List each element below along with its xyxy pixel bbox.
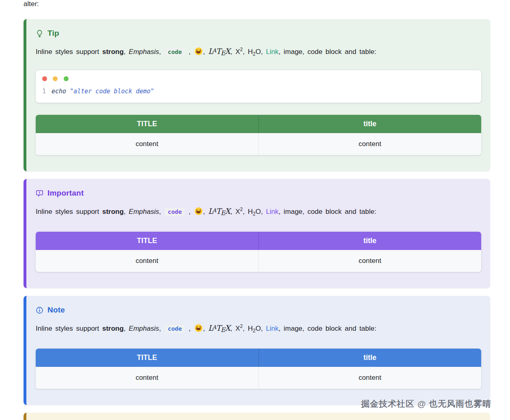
emphasis-text: Emphasis (129, 325, 159, 332)
text-separator: , (203, 208, 208, 215)
table-cell: content (36, 367, 258, 389)
green-dot-icon (64, 76, 69, 81)
subscript-demo: H2O (248, 325, 261, 332)
text-separator: , (243, 208, 247, 215)
text-separator: , (261, 325, 266, 332)
report-icon (36, 190, 43, 197)
inline-styles-paragraph: Inline styles support strong, Emphasis, … (36, 204, 481, 220)
text-run: Inline styles support (36, 208, 102, 215)
lightbulb-icon (36, 30, 43, 37)
subscript: 2 (253, 51, 256, 57)
strong-text: strong (102, 208, 124, 215)
table-header-cell: TITLE (36, 349, 258, 367)
text-run: X (235, 48, 240, 56)
grinning-emoji-icon (195, 47, 202, 55)
alert-title: Note (47, 306, 65, 314)
text-run: O (256, 208, 261, 215)
text-run: O (256, 48, 261, 56)
watermark: 掘金技术社区 @ 也无风雨也雾晴 (361, 398, 491, 409)
text-separator: , (261, 48, 266, 56)
text-separator: , (159, 48, 164, 56)
inline-styles-paragraph: Inline styles support strong, Emphasis, … (36, 44, 481, 60)
table-cell: content (36, 250, 258, 272)
strong-text: strong (102, 325, 124, 332)
emphasis-text: Emphasis (129, 48, 159, 56)
text-run: , image, code block and table: (279, 48, 377, 56)
text-run: H (248, 48, 253, 56)
demo-link[interactable]: Link (266, 325, 278, 332)
demo-link[interactable]: Link (266, 48, 278, 56)
alert-heading: Note (36, 306, 481, 314)
text-separator: , (243, 48, 247, 56)
latex-letter: X (225, 47, 230, 56)
superscript-demo: X2 (235, 325, 243, 332)
text-run: H (248, 208, 253, 215)
demo-link[interactable]: Link (266, 208, 278, 215)
text-separator: , (124, 208, 129, 215)
table-cell: content (36, 133, 258, 155)
subscript: 2 (253, 211, 256, 217)
text-separator: , (203, 325, 208, 332)
demo-table-wrapper: TITLE title content content (36, 349, 481, 389)
text-separator: , (230, 325, 235, 332)
text-separator: , (243, 325, 247, 332)
table-header-cell: TITLE (36, 232, 258, 250)
code-string: "alter code block demo" (70, 88, 154, 95)
emphasis-text: Emphasis (129, 208, 159, 215)
grinning-emoji-icon (195, 324, 202, 332)
table-row: content content (36, 250, 481, 272)
demo-table-wrapper: TITLE title content content (36, 232, 481, 272)
text-separator: , (230, 48, 235, 56)
table-row: content content (36, 133, 481, 155)
text-run: X (235, 325, 240, 332)
alert-heading: Important (36, 189, 481, 198)
grinning-emoji-icon (195, 207, 202, 215)
alert-title: Tip (47, 29, 59, 38)
text-run: , image, code block and table: (279, 208, 377, 215)
text-separator: , (185, 48, 194, 56)
alert-important: Important Inline styles support strong, … (24, 179, 490, 288)
table-header-row: TITLE title (36, 232, 481, 250)
code-keyword: echo (52, 88, 66, 95)
text-separator: , (124, 325, 129, 332)
article-content: Tip Inline styles support strong, Emphas… (24, 19, 490, 420)
text-separator: , (230, 208, 235, 215)
alert-warning-partial (24, 413, 490, 420)
text-separator: , (185, 208, 194, 215)
demo-table: TITLE title content content (36, 232, 481, 272)
code-block: 1echo"alter code block demo" (36, 70, 481, 103)
table-row: content content (36, 367, 481, 389)
text-run: Inline styles support (36, 325, 102, 332)
latex-logo: LATEX (208, 207, 230, 215)
subscript-demo: H2O (248, 208, 261, 215)
code-line: 1echo"alter code block demo" (42, 87, 475, 96)
table-header-cell: title (258, 349, 481, 367)
inline-code: code (165, 208, 185, 216)
alert-heading: Tip (36, 29, 481, 38)
latex-letter: X (225, 323, 230, 332)
superscript-demo: X2 (235, 208, 243, 215)
table-header-row: TITLE title (36, 349, 481, 367)
superscript-demo: X2 (235, 48, 243, 56)
table-header-row: TITLE title (36, 115, 481, 133)
text-run: X (235, 208, 240, 215)
inline-styles-paragraph: Inline styles support strong, Emphasis, … (36, 321, 481, 336)
demo-table: TITLE title content content (36, 349, 481, 389)
text-run: Inline styles support (36, 48, 102, 56)
text-separator: , (124, 48, 129, 56)
red-dot-icon (42, 76, 47, 81)
info-icon (36, 306, 43, 314)
demo-table: TITLE title content content (36, 115, 481, 155)
yellow-dot-icon (53, 76, 58, 81)
text-separator: , (159, 325, 164, 332)
latex-letter: X (225, 207, 230, 215)
text-run: , image, code block and table: (279, 325, 377, 332)
table-header-cell: title (258, 115, 481, 133)
demo-table-wrapper: TITLE title content content (36, 115, 481, 155)
table-header-cell: TITLE (36, 115, 258, 133)
inline-code: code (165, 48, 185, 56)
text-separator: , (159, 208, 164, 215)
text-run: H (248, 325, 253, 332)
alert-title: Important (47, 189, 84, 198)
inline-code: code (165, 325, 185, 333)
